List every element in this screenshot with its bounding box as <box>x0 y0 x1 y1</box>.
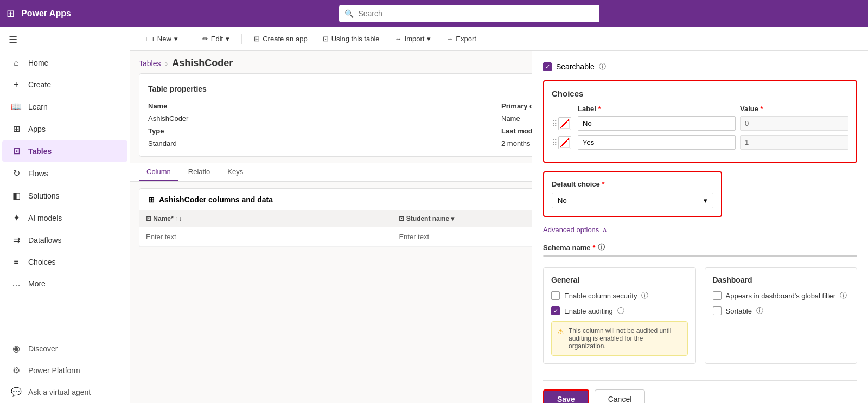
drag-dots-icon: ⠿ <box>552 119 557 128</box>
appears-dashboard-label: Appears in dashboard's global filter <box>726 292 836 300</box>
sidebar-label-ai: AI models <box>28 214 62 222</box>
breadcrumb-separator: › <box>165 59 168 68</box>
searchable-info-icon[interactable]: ⓘ <box>599 62 606 72</box>
sidebar: ☰ ⌂ Home + Create 📖 Learn ⊞ Apps ⊡ Table… <box>0 27 130 403</box>
panel-footer: Save Cancel <box>543 380 857 403</box>
sidebar-item-solutions[interactable]: ◧ Solutions <box>2 185 127 206</box>
sidebar-label-apps: Apps <box>28 125 46 133</box>
schema-value-input[interactable] <box>577 256 857 257</box>
schema-prefix: cr011_ <box>544 256 577 257</box>
app-title: Power Apps <box>21 9 71 18</box>
search-input[interactable] <box>358 9 594 18</box>
general-dashboard-row: General Enable column security ⓘ ✓ Enabl… <box>543 267 857 364</box>
import-button[interactable]: ↔ Import ▾ <box>390 31 437 46</box>
enable-col-security-checkbox[interactable] <box>551 291 560 300</box>
save-button[interactable]: Save <box>543 389 589 403</box>
sidebar-item-apps[interactable]: ⊞ Apps <box>2 118 127 139</box>
general-title: General <box>551 276 688 284</box>
choices-box: Choices Label * Value * ⠿ <box>543 80 857 163</box>
export-icon: → <box>446 35 453 43</box>
enable-auditing-row: ✓ Enable auditing ⓘ <box>551 306 688 316</box>
sidebar-item-create[interactable]: + Create <box>2 74 127 95</box>
drag-handle-no[interactable]: ⠿ <box>552 117 573 130</box>
search-bar[interactable]: 🔍 <box>339 5 599 22</box>
drag-handle-yes[interactable]: ⠿ <box>552 136 573 149</box>
audit-warning: ⚠ This column will not be audited until … <box>551 321 688 356</box>
default-choice-value: No <box>558 196 567 204</box>
no-icon-no[interactable] <box>558 117 571 130</box>
edit-button[interactable]: ✏ Edit ▾ <box>197 31 235 46</box>
breadcrumb-tables[interactable]: Tables <box>139 59 161 68</box>
auditing-info-icon[interactable]: ⓘ <box>617 306 624 316</box>
sidebar-item-home[interactable]: ⌂ Home <box>2 53 127 73</box>
dashboard-title: Dashboard <box>713 276 850 284</box>
sidebar-item-choices[interactable]: ≡ Choices <box>2 252 127 272</box>
home-icon: ⌂ <box>11 58 22 68</box>
topbar: ⊞ Power Apps 🔍 <box>0 0 868 27</box>
sidebar-item-tables[interactable]: ⊡ Tables <box>2 140 127 162</box>
sidebar-label-more: More <box>28 279 46 288</box>
sidebar-item-flows[interactable]: ↻ Flows <box>2 163 127 184</box>
new-icon: + <box>144 35 149 43</box>
sidebar-item-dataflows[interactable]: ⇉ Dataflows <box>2 229 127 251</box>
no-icon-yes[interactable] <box>558 136 571 149</box>
ai-icon: ✦ <box>11 213 22 223</box>
choice-label-no[interactable] <box>578 116 736 131</box>
default-choice-label: Default choice * <box>552 180 713 188</box>
new-chevron-icon: ▾ <box>174 35 178 43</box>
enable-col-security-label: Enable column security <box>564 292 637 300</box>
appears-dashboard-checkbox[interactable] <box>713 291 722 300</box>
more-icon: … <box>11 279 22 289</box>
choice-value-yes: 1 <box>740 135 848 150</box>
tab-columns[interactable]: Column <box>139 163 178 181</box>
tab-keys[interactable]: Keys <box>220 163 251 181</box>
table-icon: ⊞ <box>148 195 155 204</box>
schema-info-icon[interactable]: ⓘ <box>598 242 605 252</box>
sidebar-label-dataflows: Dataflows <box>28 236 61 245</box>
sidebar-label-solutions: Solutions <box>28 191 60 200</box>
sidebar-label-ask-virtual: Ask a virtual agent <box>28 388 91 396</box>
edit-icon: ✏ <box>202 35 208 43</box>
general-box: General Enable column security ⓘ ✓ Enabl… <box>543 267 696 364</box>
enable-auditing-checkbox[interactable]: ✓ <box>551 306 560 315</box>
sidebar-item-power-platform[interactable]: ⚙ Power Platform <box>2 360 127 381</box>
sortable-checkbox[interactable] <box>713 306 722 315</box>
choice-row-no: ⠿ 0 <box>552 116 848 131</box>
searchable-label: Searchable <box>556 62 595 71</box>
default-choice-chevron: ▾ <box>704 196 707 204</box>
dashboard-box: Dashboard Appears in dashboard's global … <box>705 267 858 364</box>
searchable-checkbox[interactable]: ✓ <box>543 62 552 71</box>
default-choice-select[interactable]: No ▾ <box>552 193 713 208</box>
searchable-row: ✓ Searchable ⓘ <box>543 62 857 72</box>
sidebar-label-tables: Tables <box>28 147 52 156</box>
tab-relationships[interactable]: Relatio <box>181 163 218 181</box>
content-wrapper: Tables › AshishCoder Table properties ⚙ … <box>130 51 868 403</box>
sidebar-item-ask-virtual[interactable]: 💬 Ask a virtual agent <box>2 381 127 402</box>
new-button[interactable]: + + New ▾ <box>139 31 183 46</box>
sidebar-item-learn[interactable]: 📖 Learn <box>2 96 127 117</box>
schema-input-row: cr011_ <box>543 255 857 257</box>
col-student-icon: ⊡ <box>399 215 404 222</box>
discover-icon: ◉ <box>11 343 22 354</box>
grid-icon[interactable]: ⊞ <box>7 8 15 20</box>
dashboard-info-icon[interactable]: ⓘ <box>840 291 847 300</box>
choice-value-no: 0 <box>740 116 848 131</box>
sidebar-toggle[interactable]: ☰ <box>0 27 130 52</box>
advanced-options-toggle[interactable]: Advanced options ∧ <box>543 226 857 234</box>
cancel-button[interactable]: Cancel <box>595 389 646 403</box>
sortable-info-icon[interactable]: ⓘ <box>756 306 763 316</box>
using-table-button[interactable]: ⊡ Using this table <box>317 31 385 46</box>
dataflows-icon: ⇉ <box>11 235 22 245</box>
sidebar-item-more[interactable]: … More <box>2 273 127 294</box>
chat-icon: 💬 <box>11 387 22 397</box>
toolbar-divider <box>190 34 190 44</box>
col-security-info-icon[interactable]: ⓘ <box>641 291 648 300</box>
sidebar-item-ai-models[interactable]: ✦ AI models <box>2 207 127 228</box>
col-type-icon: ⊡ <box>146 215 151 222</box>
col-header-name: ⊡ Name* ↑↓ <box>139 210 392 227</box>
choice-label-yes[interactable] <box>578 135 736 150</box>
create-app-button[interactable]: ⊞ Create an app <box>248 31 312 46</box>
export-button[interactable]: → Export <box>441 31 482 46</box>
sidebar-item-discover[interactable]: ◉ Discover <box>2 338 127 359</box>
warning-icon: ⚠ <box>557 327 564 336</box>
